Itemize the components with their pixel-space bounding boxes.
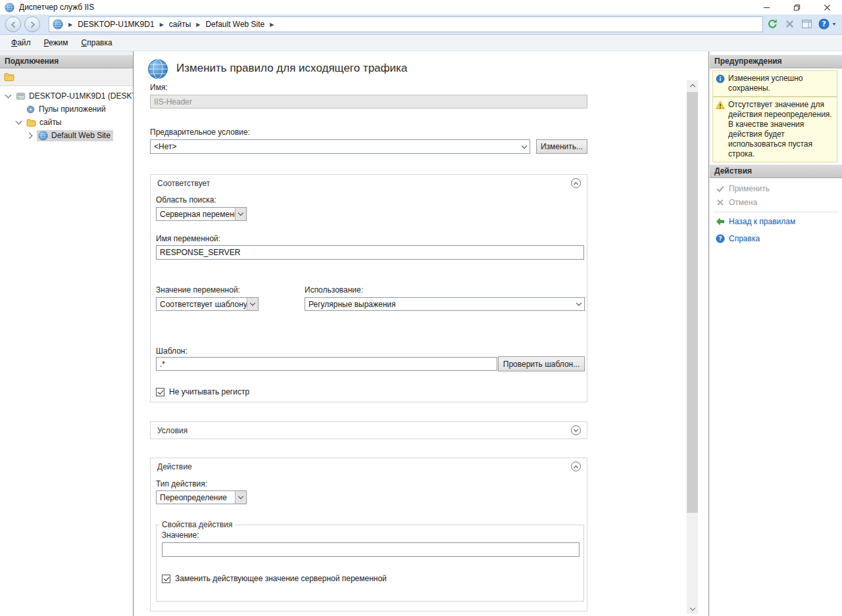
- minimize-icon: [763, 4, 770, 11]
- close-icon: [824, 4, 831, 11]
- variable-name-input[interactable]: [156, 245, 584, 260]
- action-properties-title: Свойства действия: [159, 520, 235, 529]
- close-button[interactable]: [812, 0, 842, 14]
- help-icon[interactable]: [818, 18, 830, 30]
- back-button[interactable]: [5, 16, 21, 32]
- page-globe-icon: [147, 59, 168, 80]
- restore-button[interactable]: [781, 0, 812, 14]
- back-to-rules-label[interactable]: Назад к правилам: [729, 217, 795, 226]
- tree-node-app-pools-label: Пулы приложений: [39, 105, 106, 114]
- back-to-rules-action[interactable]: Назад к правилам: [716, 216, 795, 227]
- actions-separator: [713, 212, 839, 212]
- menu-file[interactable]: Файл: [5, 36, 37, 50]
- refresh-icon[interactable]: [767, 18, 778, 30]
- breadcrumb-separator-icon: ▶: [196, 22, 200, 28]
- precondition-select-value: <Нет>: [151, 142, 518, 151]
- back-arrow-icon: [9, 20, 18, 29]
- chevron-down-icon: [247, 298, 258, 310]
- tree-node-default-web-site-label: Default Web Site: [51, 131, 111, 140]
- stop-icon[interactable]: [784, 18, 795, 30]
- menu-view[interactable]: Режим: [37, 36, 75, 50]
- app-icon: [5, 3, 14, 12]
- name-label: Имя:: [150, 83, 168, 92]
- variable-name-label: Имя переменной:: [156, 234, 220, 243]
- tree-node-server[interactable]: DESKTOP-U1MK9D1 (DESKTOP: [0, 89, 133, 103]
- scroll-up-button[interactable]: [687, 80, 698, 91]
- minimize-button[interactable]: [751, 0, 781, 14]
- using-select[interactable]: Регулярные выражения: [305, 297, 585, 311]
- tree-node-server-label: DESKTOP-U1MK9D1 (DESKTOP: [29, 91, 133, 101]
- scroll-down-button[interactable]: [687, 603, 698, 614]
- warning-icon: [716, 101, 725, 110]
- chevron-expanded-icon[interactable]: [5, 92, 12, 99]
- menu-help[interactable]: Справка: [75, 36, 119, 50]
- tree-node-sites[interactable]: сайты: [0, 116, 133, 129]
- chevron-down-icon: [518, 140, 530, 153]
- ignore-case-label: Не учитывать регистр: [169, 387, 249, 396]
- scrollbar[interactable]: [687, 80, 698, 614]
- precondition-select[interactable]: <Нет>: [150, 139, 530, 154]
- breadcrumb-item-server[interactable]: DESKTOP-U1MK9D1: [78, 20, 154, 29]
- actions-header: Действия: [710, 164, 842, 178]
- tree-selection: Default Web Site: [37, 130, 113, 141]
- forward-button[interactable]: [24, 16, 40, 32]
- breadcrumb-item-default-web-site[interactable]: Default Web Site: [205, 20, 264, 29]
- replace-value-checkbox[interactable]: [162, 575, 170, 583]
- cancel-action: Отмена: [716, 197, 757, 208]
- action-section: Действие Тип действия: Переопределение С…: [150, 458, 587, 611]
- action-properties-group: Свойства действия Значение: Заменить дей…: [156, 520, 584, 602]
- ignore-case-row: Не учитывать регистр: [156, 387, 249, 396]
- scrollbar-thumb[interactable]: [687, 92, 698, 513]
- chevron-down-icon: [573, 298, 584, 310]
- server-icon: [16, 91, 26, 101]
- connections-toolbar-icon[interactable]: [4, 72, 14, 82]
- using-select-value: Регулярные выражения: [305, 300, 573, 309]
- test-pattern-button[interactable]: Проверить шаблон...: [498, 356, 585, 371]
- name-input: [150, 95, 587, 108]
- breadcrumb-separator-icon: ▶: [160, 22, 164, 28]
- collapse-section-button[interactable]: [571, 178, 581, 188]
- connections-header: Подключения: [0, 55, 133, 68]
- info-alert-text: Изменения успешно сохранены.: [728, 74, 834, 93]
- action-type-select[interactable]: Переопределение: [156, 490, 247, 504]
- value-input[interactable]: [162, 542, 580, 557]
- tree-node-app-pools[interactable]: Пулы приложений: [0, 103, 133, 116]
- connections-toolbar: [0, 68, 133, 85]
- variable-value-select[interactable]: Соответствует шаблону: [156, 297, 259, 311]
- action-section-title: Действие: [157, 462, 192, 471]
- collapse-section-button[interactable]: [571, 462, 581, 471]
- forward-arrow-icon: [28, 20, 37, 29]
- expand-section-button[interactable]: [571, 425, 581, 435]
- pattern-input[interactable]: [156, 357, 497, 371]
- address-bar: ▶ DESKTOP-U1MK9D1 ▶ сайты ▶ Default Web …: [0, 14, 842, 35]
- chevron-expanded-icon[interactable]: [16, 118, 22, 125]
- right-panel: Предупреждения Изменения успешно сохране…: [710, 51, 842, 616]
- help-menu-caret-icon[interactable]: ▾: [833, 21, 835, 27]
- back-green-arrow-icon: [716, 217, 725, 226]
- help-action[interactable]: Справка: [716, 233, 760, 245]
- conditions-section[interactable]: Условия: [150, 421, 587, 439]
- scope-select[interactable]: Серверная переменн: [156, 207, 247, 221]
- match-section: Соответствует Область поиска: Серверная …: [150, 174, 587, 402]
- cancel-action-label: Отмена: [729, 198, 757, 207]
- chevron-collapsed-icon[interactable]: [26, 132, 33, 139]
- scope-select-value: Серверная переменн: [157, 210, 235, 219]
- cancel-icon: [716, 198, 725, 207]
- panels-icon[interactable]: [801, 18, 812, 30]
- help-action-label[interactable]: Справка: [729, 234, 760, 243]
- tree-node-default-web-site[interactable]: Default Web Site: [0, 129, 133, 142]
- value-label: Значение:: [162, 531, 199, 540]
- menu-bar: Файл Режим Справка: [0, 35, 842, 51]
- folder-icon: [26, 118, 36, 128]
- ignore-case-checkbox[interactable]: [156, 388, 164, 396]
- connections-tree: DESKTOP-U1MK9D1 (DESKTOP Пулы приложений…: [0, 85, 133, 616]
- precondition-label: Предварительное условие:: [150, 128, 250, 137]
- info-alert: Изменения успешно сохранены.: [712, 70, 837, 97]
- chevron-down-icon: [235, 491, 246, 504]
- warning-alert-text: Отсутствует значение для действия переоп…: [728, 100, 834, 159]
- breadcrumb-item-sites[interactable]: сайты: [169, 20, 191, 29]
- edit-precondition-button[interactable]: Изменить...: [536, 139, 587, 154]
- site-globe-icon: [38, 131, 48, 141]
- warning-alert: Отсутствует значение для действия переоп…: [712, 97, 837, 162]
- window-controls: [751, 0, 842, 14]
